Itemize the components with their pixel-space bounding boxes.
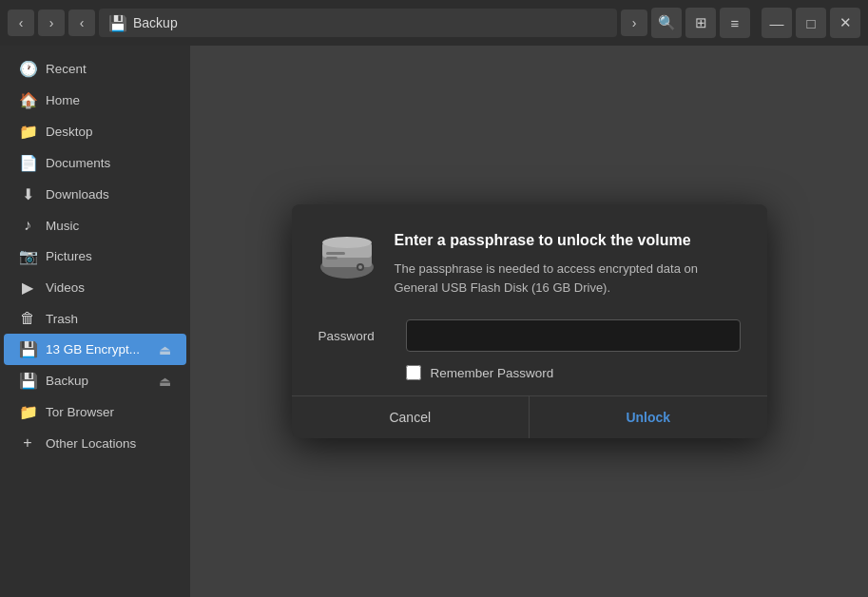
sidebar-item-pictures[interactable]: 📷 Pictures <box>4 241 186 272</box>
password-input[interactable] <box>406 319 741 352</box>
dialog-overlay: Enter a passphrase to unlock the volume … <box>190 46 868 597</box>
minimize-button[interactable]: — <box>762 8 792 38</box>
unlock-button[interactable]: Unlock <box>529 396 767 438</box>
main-layout: 🕐 Recent 🏠 Home 📁 Desktop 📄 Documents ⬇ … <box>0 46 868 597</box>
forward-button[interactable]: › <box>38 10 65 36</box>
password-label: Password <box>318 329 395 343</box>
sidebar-item-desktop[interactable]: 📁 Desktop <box>4 116 186 147</box>
close-button[interactable]: ✕ <box>830 8 860 38</box>
eject-backup-button[interactable]: ⏏ <box>159 374 171 389</box>
dialog-header: Enter a passphrase to unlock the volume … <box>318 231 741 298</box>
sidebar-item-other[interactable]: + Other Locations <box>4 428 186 458</box>
sidebar-label-other: Other Locations <box>46 436 136 451</box>
drive-icon-wrap <box>318 231 376 284</box>
other-locations-icon: + <box>19 434 36 452</box>
search-button[interactable]: 🔍 <box>651 8 682 38</box>
documents-icon: 📄 <box>19 154 36 172</box>
prev-location-button[interactable]: ‹ <box>68 10 95 36</box>
home-icon: 🏠 <box>19 91 36 109</box>
sidebar-label-documents: Documents <box>46 156 110 170</box>
sidebar-label-downloads: Downloads <box>46 187 109 202</box>
unlock-dialog: Enter a passphrase to unlock the volume … <box>292 204 767 439</box>
sidebar-label-encrypted: 13 GB Encrypt... <box>46 342 140 356</box>
dialog-footer: Cancel Unlock <box>292 395 767 438</box>
dialog-title: Enter a passphrase to unlock the volume <box>395 231 741 251</box>
sidebar-item-documents[interactable]: 📄 Documents <box>4 147 186 179</box>
sidebar-label-home: Home <box>46 93 80 107</box>
sidebar-label-recent: Recent <box>46 62 87 76</box>
cancel-button[interactable]: Cancel <box>292 396 530 438</box>
sidebar-label-videos: Videos <box>46 280 85 295</box>
sidebar-item-home[interactable]: 🏠 Home <box>4 85 186 116</box>
location-name: Backup <box>133 15 178 30</box>
dialog-text: Enter a passphrase to unlock the volume … <box>395 231 741 298</box>
backup-drive-icon: 💾 <box>19 372 36 390</box>
window-controls: — □ ✕ <box>762 8 860 38</box>
remember-checkbox[interactable] <box>406 365 421 380</box>
content-area: Enter a passphrase to unlock the volume … <box>190 46 868 597</box>
svg-rect-6 <box>326 252 345 255</box>
drive-svg-icon <box>318 231 376 280</box>
sidebar-item-backup[interactable]: 💾 Backup ⏏ <box>4 365 186 396</box>
svg-rect-7 <box>326 257 338 260</box>
titlebar: ‹ › ‹ 💾 Backup › 🔍 ⊞ ≡ — □ ✕ <box>0 0 868 46</box>
dialog-description: The passphrase is needed to access encry… <box>395 260 741 297</box>
sidebar-label-desktop: Desktop <box>46 125 93 139</box>
recent-icon: 🕐 <box>19 60 36 78</box>
music-icon: ♪ <box>19 217 36 234</box>
view-columns-button[interactable]: ⊞ <box>685 8 716 38</box>
pictures-icon: 📷 <box>19 247 36 265</box>
titlebar-actions: 🔍 ⊞ ≡ — □ ✕ <box>651 8 860 38</box>
sidebar-label-music: Music <box>46 219 79 233</box>
next-location-button[interactable]: › <box>621 10 647 36</box>
menu-button[interactable]: ≡ <box>720 8 750 38</box>
location-icon: 💾 <box>108 14 127 32</box>
svg-point-5 <box>358 265 362 269</box>
encrypted-drive-icon: 💾 <box>19 340 36 358</box>
sidebar-item-tor[interactable]: 📁 Tor Browser <box>4 396 186 428</box>
dialog-body: Password Remember Password <box>318 319 741 380</box>
remember-label[interactable]: Remember Password <box>431 366 554 380</box>
location-bar: 💾 Backup <box>99 9 617 37</box>
sidebar-item-downloads[interactable]: ⬇ Downloads <box>4 179 186 210</box>
sidebar-item-trash[interactable]: 🗑 Trash <box>4 303 186 334</box>
back-button[interactable]: ‹ <box>8 10 34 36</box>
sidebar-label-trash: Trash <box>46 312 78 326</box>
sidebar-item-encrypted[interactable]: 💾 13 GB Encrypt... ⏏ <box>4 334 186 365</box>
sidebar-item-recent[interactable]: 🕐 Recent <box>4 53 186 85</box>
trash-icon: 🗑 <box>19 310 36 327</box>
svg-point-3 <box>322 237 372 248</box>
videos-icon: ▶ <box>19 279 36 297</box>
sidebar-label-pictures: Pictures <box>46 249 92 263</box>
sidebar-item-videos[interactable]: ▶ Videos <box>4 272 186 303</box>
sidebar-item-music[interactable]: ♪ Music <box>4 210 186 241</box>
sidebar: 🕐 Recent 🏠 Home 📁 Desktop 📄 Documents ⬇ … <box>0 46 190 597</box>
sidebar-label-backup: Backup <box>46 374 88 388</box>
eject-encrypted-button[interactable]: ⏏ <box>159 342 171 357</box>
sidebar-label-tor: Tor Browser <box>46 405 114 419</box>
tor-icon: 📁 <box>19 403 36 421</box>
maximize-button[interactable]: □ <box>796 8 826 38</box>
remember-row: Remember Password <box>406 365 741 380</box>
desktop-icon: 📁 <box>19 123 36 141</box>
downloads-icon: ⬇ <box>19 185 36 203</box>
password-row: Password <box>318 319 741 352</box>
